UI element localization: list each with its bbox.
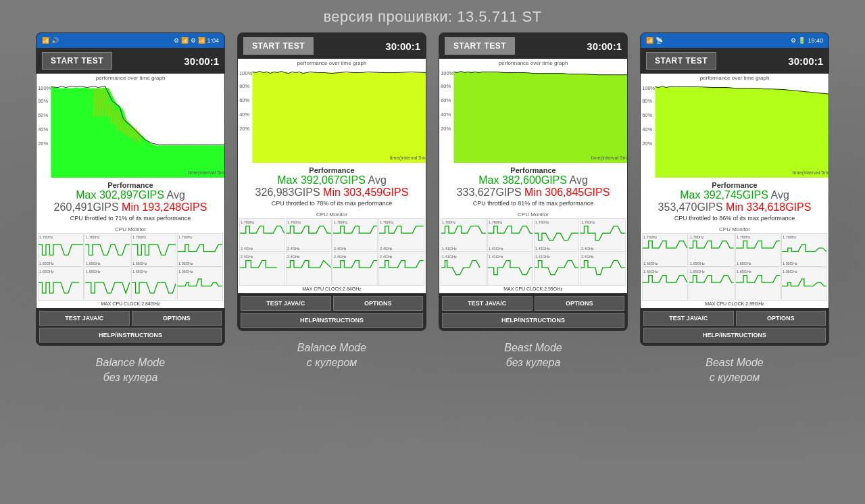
options-btn-1[interactable]: OPTIONS bbox=[132, 311, 222, 326]
help-btn-3[interactable]: HELP/INSTRUCTIONS bbox=[442, 313, 624, 328]
java-btn-3[interactable]: TEST JAVA/C bbox=[442, 296, 533, 311]
cpu-monitor-3: CPU Monitor 1.780Hz 1.41GHz 1.780Hz bbox=[439, 209, 627, 293]
svg-text:1.65GHz: 1.65GHz bbox=[737, 270, 751, 274]
svg-text:1.65GHz: 1.65GHz bbox=[690, 270, 705, 274]
cpu-monitor-4: CPU Monitor 1.780Hz 1.65GHz 1.780Hz bbox=[641, 224, 829, 308]
svg-text:1.65GHz: 1.65GHz bbox=[132, 262, 147, 266]
svg-text:2.4GHz: 2.4GHz bbox=[287, 247, 300, 251]
java-btn-4[interactable]: TEST JAVA/C bbox=[643, 311, 734, 326]
help-btn-4[interactable]: HELP/INSTRUCTIONS bbox=[643, 328, 826, 343]
status-right-4: ⚙ 🔋 19:40 bbox=[791, 37, 823, 44]
cpu-grid-2: 1.780Hz 2.4GHz 1.780Hz 2.4GHz bbox=[239, 218, 424, 286]
start-test-button-4[interactable]: START TEST bbox=[646, 52, 716, 70]
graph-section-1: performance over time graph 100% 80% 60%… bbox=[36, 74, 224, 178]
svg-text:40%: 40% bbox=[642, 126, 652, 132]
cpu-cell-4-5: 1.65GHz bbox=[642, 268, 688, 301]
phone-3: START TEST 30:00:1 performance over time… bbox=[439, 32, 628, 331]
svg-text:2.4GHz: 2.4GHz bbox=[241, 247, 253, 251]
svg-text:2.4GHz: 2.4GHz bbox=[334, 255, 347, 259]
svg-marker-63 bbox=[655, 86, 829, 178]
svg-text:1.780Hz: 1.780Hz bbox=[489, 220, 503, 224]
cpu-cell-1-8: 1.05GHz bbox=[177, 268, 223, 301]
svg-text:80%: 80% bbox=[239, 83, 249, 89]
svg-text:1.65GHz: 1.65GHz bbox=[690, 262, 705, 266]
cpu-cell-2-2: 1.780Hz 2.4GHz bbox=[286, 218, 332, 252]
toolbar-1: START TEST 30:00:1 bbox=[36, 48, 224, 74]
toolbar-3: START TEST 30:00:1 bbox=[439, 33, 627, 59]
cpu-max-2: MAX CPU CLOCK:2.84GHz bbox=[239, 286, 424, 292]
svg-text:1.780Hz: 1.780Hz bbox=[535, 220, 549, 224]
svg-text:1.780Hz: 1.780Hz bbox=[287, 220, 301, 224]
cpu-cell-3-6: 1.41GHz bbox=[487, 253, 533, 286]
cpu-cell-1-7: 1.65GHz bbox=[131, 268, 177, 301]
cpu-cell-3-1: 1.780Hz 1.41GHz bbox=[441, 218, 487, 252]
java-btn-1[interactable]: TEST JAVA/C bbox=[39, 311, 130, 326]
start-test-button-1[interactable]: START TEST bbox=[42, 52, 112, 70]
status-right-1: ⚙ 📶 ⚙ 📶 1:04 bbox=[174, 37, 219, 44]
perf-title-4: Performance bbox=[646, 181, 823, 189]
perf-throttle-4: CPU throttled to 86% of its max performa… bbox=[646, 215, 823, 222]
cpu-cell-3-4: 1.780Hz 2.4GHz bbox=[580, 218, 626, 252]
svg-text:1.41GHz: 1.41GHz bbox=[442, 255, 457, 259]
options-btn-4[interactable]: OPTIONS bbox=[736, 311, 826, 326]
perf-throttle-3: CPU throttled to 81% of its max performa… bbox=[445, 200, 622, 207]
cpu-max-4: MAX CPU CLOCK:2.99GHz bbox=[642, 301, 827, 307]
options-btn-2[interactable]: OPTIONS bbox=[333, 296, 424, 311]
phone-4: 📶 📡 ⚙ 🔋 19:40 START TEST 30:00:1 perform… bbox=[640, 32, 829, 346]
svg-text:20%: 20% bbox=[441, 126, 451, 132]
perf-max-1: Max 302,897GIPS bbox=[76, 189, 164, 201]
java-btn-2[interactable]: TEST JAVA/C bbox=[241, 296, 331, 311]
perf-max-2: Max 392,067GIPS bbox=[277, 174, 366, 186]
caption-4: Beast Mode с кулером bbox=[640, 355, 829, 386]
svg-text:2.4GHz: 2.4GHz bbox=[581, 247, 594, 251]
cpu-cell-4-3: 1.780Hz 1.65GHz bbox=[735, 233, 781, 267]
time-1: ⚙ 📶 1:04 bbox=[191, 37, 219, 44]
bottom-buttons-1: TEST JAVA/C OPTIONS HELP/INSTRUCTIONS bbox=[36, 308, 224, 345]
cpu-cell-4-2: 1.780Hz 1.65GHz bbox=[689, 233, 735, 267]
svg-marker-25 bbox=[252, 72, 426, 163]
graph-section-3: performance over time graph 100% 80% 60%… bbox=[439, 59, 627, 163]
options-btn-3[interactable]: OPTIONS bbox=[535, 296, 625, 311]
help-btn-2[interactable]: HELP/INSTRUCTIONS bbox=[241, 313, 423, 328]
cpu-cell-4-8: 1.05GHz bbox=[781, 268, 827, 301]
status-bar-4: 📶 📡 ⚙ 🔋 19:40 bbox=[641, 33, 829, 48]
svg-marker-44 bbox=[453, 72, 627, 163]
cpu-cell-4-7: 1.65GHz bbox=[735, 268, 781, 301]
help-btn-1[interactable]: HELP/INSTRUCTIONS bbox=[39, 328, 222, 343]
svg-text:100%: 100% bbox=[441, 70, 453, 76]
svg-text:40%: 40% bbox=[239, 111, 249, 118]
phone-2: START TEST 30:00:1 performance over time… bbox=[237, 32, 426, 331]
svg-text:1.780Hz: 1.780Hz bbox=[132, 235, 147, 239]
graph-svg-3: 100% 80% 60% 40% 20% time(interval 5min) bbox=[439, 66, 627, 163]
gear-icon: ⚙ bbox=[174, 37, 179, 44]
cpu-cell-2-4: 1.780Hz 2.4GHz bbox=[378, 218, 424, 252]
svg-text:1.41GHz: 1.41GHz bbox=[489, 247, 503, 251]
status-left-4: 📶 📡 bbox=[646, 37, 663, 44]
cpu-monitor-label-2: CPU Monitor bbox=[239, 211, 424, 218]
timer-2: 30:00:1 bbox=[385, 41, 420, 52]
cpu-monitor-label-3: CPU Monitor bbox=[441, 211, 626, 218]
svg-text:1.41GHz: 1.41GHz bbox=[535, 247, 550, 251]
svg-text:1.780Hz: 1.780Hz bbox=[39, 235, 53, 239]
cpu-cell-2-8: 2.4GHz bbox=[378, 253, 424, 286]
svg-text:1.65GHz: 1.65GHz bbox=[643, 270, 658, 274]
svg-text:40%: 40% bbox=[38, 126, 48, 132]
cpu-cell-2-6: 2.4GHz bbox=[286, 253, 332, 286]
perf-max-4: Max 392,745GIPS bbox=[680, 189, 768, 201]
svg-text:1.05GHz: 1.05GHz bbox=[783, 262, 797, 266]
bottom-row-4: TEST JAVA/C OPTIONS bbox=[643, 311, 826, 326]
phone-1: 📶 🔊 ⚙ 📶 ⚙ 📶 1:04 START TEST 30:00:1 perf… bbox=[36, 32, 225, 346]
svg-text:60%: 60% bbox=[38, 112, 48, 118]
svg-text:1.780Hz: 1.780Hz bbox=[690, 235, 704, 239]
svg-text:1.65GHz: 1.65GHz bbox=[86, 262, 101, 266]
svg-text:1.65GHz: 1.65GHz bbox=[39, 270, 54, 274]
start-test-button-2[interactable]: START TEST bbox=[243, 37, 314, 55]
cpu-cell-1-1: 1.780Hz 1.65GHz bbox=[38, 233, 84, 267]
svg-text:2.4GHz: 2.4GHz bbox=[287, 255, 300, 259]
audio-icon: 🔊 bbox=[51, 37, 59, 44]
start-test-button-3[interactable]: START TEST bbox=[445, 37, 515, 55]
svg-text:1.780Hz: 1.780Hz bbox=[380, 220, 394, 224]
svg-text:2.4GHz: 2.4GHz bbox=[380, 247, 393, 251]
graph-svg-1: 100% 80% 60% 40% 20% time(interval 5min) bbox=[36, 81, 224, 178]
perf-max-3: Max 382,600GIPS bbox=[478, 174, 567, 186]
